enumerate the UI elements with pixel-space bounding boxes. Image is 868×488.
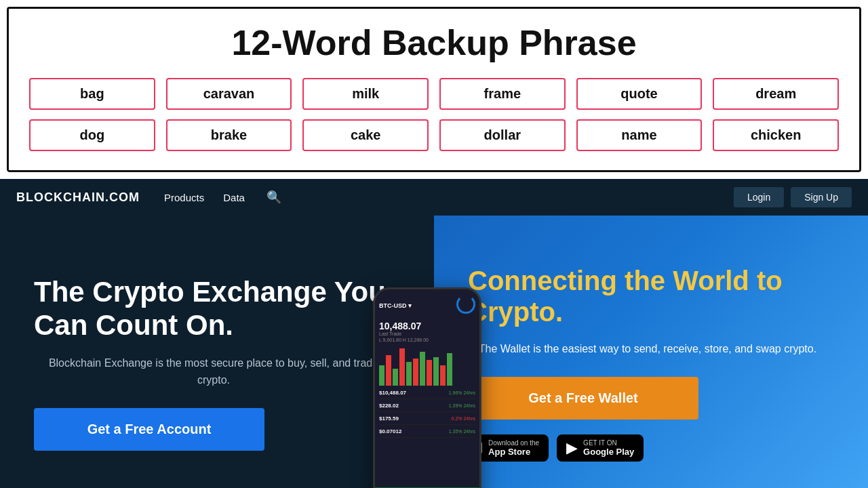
get-account-button[interactable]: Get a Free Account — [34, 408, 264, 451]
word-grid: bagcaravanmilkframequotedreamdogbrakecak… — [29, 78, 839, 151]
crypto-item: $228.02 1.39% 24hrs — [379, 403, 475, 412]
crypto-item: $0.07012 1.35% 24hrs — [379, 428, 475, 438]
word-chip[interactable]: dollar — [439, 119, 566, 151]
google-play-badge[interactable]: ▶ GET IT ON Google Play — [557, 434, 644, 462]
right-headline: Connecting the World to Crypto. — [468, 265, 827, 327]
nav-products[interactable]: Products — [164, 192, 204, 203]
app-store-label-bottom: App Store — [488, 447, 539, 457]
nav-logo: BLOCKCHAIN.COM — [16, 190, 140, 205]
word-chip[interactable]: brake — [166, 119, 292, 151]
signup-button[interactable]: Sign Up — [791, 187, 852, 207]
main-content: The Crypto Exchange You Can Count On. Bl… — [0, 216, 868, 488]
phone-header: BTC-USD ▾ — [379, 295, 475, 317]
left-subtitle: Blockchain Exchange is the most secure p… — [34, 355, 393, 389]
app-store-label-top: Download on the — [488, 439, 539, 447]
backup-phrase-section: 12-Word Backup Phrase bagcaravanmilkfram… — [7, 7, 861, 172]
phone-screen: BTC-USD ▾ 10,488.07 Last Trade L 9,001.8… — [375, 289, 479, 488]
phone-price-label: Last Trade — [379, 331, 475, 336]
crypto-item: $175.59 0.2% 24hrs — [379, 415, 475, 425]
left-headline: The Crypto Exchange You Can Count On. — [34, 276, 393, 342]
search-icon[interactable]: 🔍 — [267, 190, 281, 205]
word-chip[interactable]: dream — [713, 78, 839, 110]
phone-device: BTC-USD ▾ 10,488.07 Last Trade L 9,001.8… — [373, 287, 481, 488]
phone-currency: BTC-USD ▾ — [379, 302, 412, 309]
word-chip[interactable]: frame — [439, 78, 566, 110]
backup-title: 12-Word Backup Phrase — [29, 22, 839, 63]
nav-links: Products Data 🔍 — [164, 190, 734, 205]
word-chip[interactable]: bag — [29, 78, 155, 110]
word-chip[interactable]: caravan — [166, 78, 292, 110]
word-chip[interactable]: cake — [302, 119, 429, 151]
right-subtitle: The Wallet is the easiest way to send, r… — [468, 341, 827, 358]
word-chip[interactable]: dog — [29, 119, 155, 151]
crypto-name: $0.07012 — [379, 428, 401, 434]
crypto-change: 0.2% 24hrs — [452, 416, 475, 421]
word-chip[interactable]: quote — [576, 78, 703, 110]
nav-actions: Login Sign Up — [734, 187, 852, 207]
word-chip[interactable]: milk — [302, 78, 429, 110]
phone-mockup: BTC-USD ▾ 10,488.07 Last Trade L 9,001.8… — [373, 287, 495, 488]
crypto-name: $10,488.07 — [379, 390, 406, 396]
crypto-change: 1.96% 24hrs — [449, 390, 475, 395]
crypto-change: 1.39% 24hrs — [449, 403, 475, 408]
app-badges:  Download on the App Store ▶ GET IT ON … — [468, 434, 827, 462]
word-chip[interactable]: chicken — [713, 119, 839, 151]
left-panel: The Crypto Exchange You Can Count On. Bl… — [0, 216, 434, 488]
google-play-label-top: GET IT ON — [583, 439, 634, 447]
crypto-change: 1.35% 24hrs — [449, 429, 475, 434]
nav-data[interactable]: Data — [223, 192, 245, 203]
google-play-label-bottom: Google Play — [583, 447, 634, 457]
word-chip[interactable]: name — [576, 119, 703, 151]
login-button[interactable]: Login — [734, 187, 784, 207]
google-play-icon: ▶ — [566, 439, 578, 457]
right-panel: Connecting the World to Crypto. The Wall… — [434, 216, 868, 488]
get-wallet-button[interactable]: Get a Free Wallet — [468, 377, 698, 420]
chart-area — [379, 345, 475, 386]
crypto-item: $10,488.07 1.96% 24hrs — [379, 390, 475, 399]
crypto-list: $10,488.07 1.96% 24hrs $228.02 1.39% 24h… — [379, 390, 475, 438]
crypto-name: $175.59 — [379, 415, 399, 422]
crypto-name: $228.02 — [379, 403, 399, 409]
navbar: BLOCKCHAIN.COM Products Data 🔍 Login Sig… — [0, 179, 868, 216]
phone-price: 10,488.07 — [379, 321, 475, 331]
